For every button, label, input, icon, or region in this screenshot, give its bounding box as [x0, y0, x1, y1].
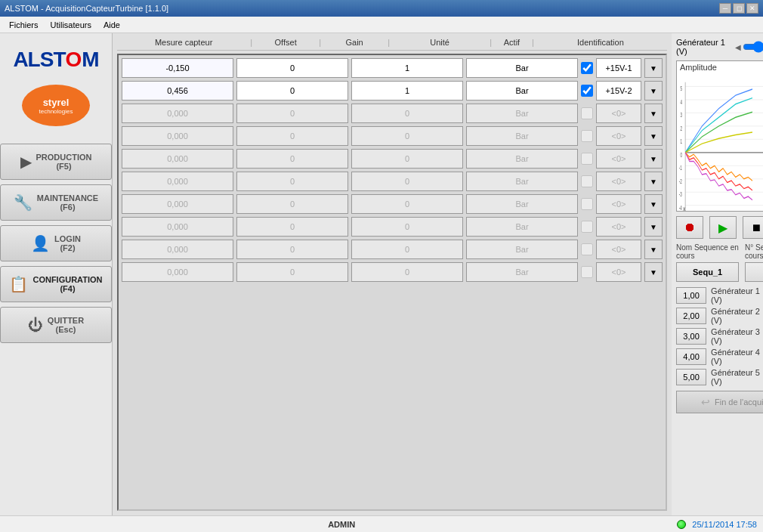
- sensor-mesure-3[interactable]: [122, 126, 233, 146]
- maintenance-label: MAINTENANCE: [37, 193, 98, 203]
- configuration-button[interactable]: 📋 CONFIGURATION (F4): [0, 266, 112, 302]
- stop-button[interactable]: ⏹: [743, 216, 763, 239]
- sensor-id-7[interactable]: [596, 217, 641, 237]
- sensor-actif-4[interactable]: [581, 153, 593, 165]
- sensor-id-1[interactable]: [596, 81, 641, 101]
- production-button[interactable]: ▶ PRODUCTION (F5): [0, 144, 112, 180]
- sensor-actif-1[interactable]: [581, 85, 593, 97]
- column-headers: Mesure capteur | Offset | Gain | Unité |…: [117, 38, 667, 51]
- sensor-unite-8[interactable]: [466, 240, 578, 259]
- sensor-mesure-4[interactable]: [122, 149, 233, 169]
- sensor-dropdown-4[interactable]: ▼: [644, 149, 663, 169]
- sensor-offset-8[interactable]: [236, 240, 348, 259]
- sensor-id-0[interactable]: [596, 58, 641, 78]
- restore-button[interactable]: ◻: [733, 3, 745, 14]
- sensor-dropdown-8[interactable]: ▼: [644, 240, 663, 259]
- status-user: ADMIN: [328, 520, 355, 529]
- record-button[interactable]: ⏺: [676, 216, 703, 239]
- sensor-id-6[interactable]: [596, 194, 641, 214]
- menu-utilisateurs[interactable]: Utilisateurs: [45, 19, 97, 31]
- sensor-offset-0[interactable]: [236, 58, 348, 78]
- sensor-row: ▼: [122, 240, 663, 259]
- close-button[interactable]: ✕: [746, 3, 758, 14]
- sensor-row: ▼: [122, 58, 663, 78]
- sensor-gain-1[interactable]: [351, 81, 463, 101]
- quitter-button[interactable]: ⏻ QUITTER (Esc): [0, 307, 112, 343]
- sensor-unite-0[interactable]: [466, 58, 578, 78]
- sensor-actif-0[interactable]: [581, 62, 593, 74]
- sensor-gain-5[interactable]: [351, 172, 463, 191]
- sensor-dropdown-0[interactable]: ▼: [644, 58, 663, 78]
- sensor-gain-9[interactable]: [351, 262, 463, 282]
- sensor-dropdown-1[interactable]: ▼: [644, 81, 663, 101]
- login-button[interactable]: 👤 LOGIN (F2): [0, 225, 112, 261]
- sensor-mesure-1[interactable]: [122, 81, 233, 101]
- sensor-gain-2[interactable]: [351, 104, 463, 123]
- sensor-unite-1[interactable]: [466, 81, 578, 101]
- production-icon: ▶: [20, 153, 32, 171]
- svg-text:-1: -1: [679, 163, 682, 172]
- maintenance-button[interactable]: 🔧 MAINTENANCE (F6): [0, 184, 112, 221]
- sensor-dropdown-3[interactable]: ▼: [644, 126, 663, 146]
- svg-text:✕: ✕: [683, 205, 686, 212]
- gen-value-0: 1,00: [676, 287, 706, 304]
- sensor-actif-8[interactable]: [581, 243, 593, 255]
- sensor-gain-8[interactable]: [351, 240, 463, 259]
- menu-fichiers[interactable]: Fichiers: [3, 19, 45, 31]
- sensor-gain-4[interactable]: [351, 149, 463, 169]
- sensor-dropdown-6[interactable]: ▼: [644, 194, 663, 214]
- sensor-gain-6[interactable]: [351, 194, 463, 214]
- play-button[interactable]: ▶: [709, 216, 737, 239]
- sensor-unite-7[interactable]: [466, 217, 578, 237]
- sensor-actif-7[interactable]: [581, 221, 593, 233]
- sensor-id-2[interactable]: [596, 104, 641, 123]
- generator-slider[interactable]: [743, 42, 763, 51]
- sensor-offset-7[interactable]: [236, 217, 348, 237]
- sensor-actif-2[interactable]: [581, 107, 593, 119]
- sensor-offset-4[interactable]: [236, 149, 348, 169]
- sensor-unite-4[interactable]: [466, 149, 578, 169]
- sensor-dropdown-9[interactable]: ▼: [644, 262, 663, 282]
- minimize-button[interactable]: ─: [719, 3, 731, 14]
- sensor-mesure-9[interactable]: [122, 262, 233, 282]
- sensor-mesure-0[interactable]: [122, 58, 233, 78]
- svg-text:3: 3: [680, 110, 681, 119]
- sensor-offset-1[interactable]: [236, 81, 348, 101]
- sensor-row: ▼: [122, 104, 663, 123]
- sensor-id-5[interactable]: [596, 172, 641, 191]
- sensor-gain-0[interactable]: [351, 58, 463, 78]
- sensor-mesure-6[interactable]: [122, 194, 233, 214]
- sensor-offset-2[interactable]: [236, 104, 348, 123]
- sensor-mesure-2[interactable]: [122, 104, 233, 123]
- sensor-row: ▼: [122, 194, 663, 214]
- sensor-offset-3[interactable]: [236, 126, 348, 146]
- sensor-mesure-5[interactable]: [122, 172, 233, 191]
- sensor-dropdown-2[interactable]: ▼: [644, 104, 663, 123]
- sensor-gain-3[interactable]: [351, 126, 463, 146]
- sensor-offset-5[interactable]: [236, 172, 348, 191]
- sensor-actif-6[interactable]: [581, 198, 593, 210]
- sensor-id-9[interactable]: [596, 262, 641, 282]
- sensor-unite-6[interactable]: [466, 194, 578, 214]
- sensor-unite-9[interactable]: [466, 262, 578, 282]
- sensor-actif-5[interactable]: [581, 175, 593, 187]
- sensor-actif-9[interactable]: [581, 266, 593, 278]
- sensor-gain-7[interactable]: [351, 217, 463, 237]
- sensor-offset-6[interactable]: [236, 194, 348, 214]
- gen-label-4: Générateur 5 (V): [711, 368, 761, 386]
- sensor-dropdown-5[interactable]: ▼: [644, 172, 663, 191]
- sensor-id-8[interactable]: [596, 240, 641, 259]
- sensor-unite-5[interactable]: [466, 172, 578, 191]
- sensor-mesure-7[interactable]: [122, 217, 233, 237]
- sensor-unite-3[interactable]: [466, 126, 578, 146]
- sensor-mesure-8[interactable]: [122, 240, 233, 259]
- sensor-actif-3[interactable]: [581, 130, 593, 142]
- slider-left-arrow[interactable]: ◀: [735, 43, 741, 51]
- sensor-offset-9[interactable]: [236, 262, 348, 282]
- sensor-dropdown-7[interactable]: ▼: [644, 217, 663, 237]
- sensor-id-3[interactable]: [596, 126, 641, 146]
- sensor-unite-2[interactable]: [466, 104, 578, 123]
- svg-text:2: 2: [680, 124, 681, 132]
- menu-aide[interactable]: Aide: [97, 19, 126, 31]
- sensor-id-4[interactable]: [596, 149, 641, 169]
